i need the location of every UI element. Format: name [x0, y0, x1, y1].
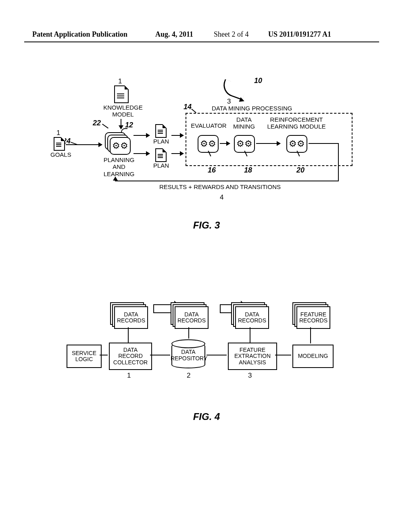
dmp-num: 3 [227, 98, 231, 106]
line [250, 327, 250, 343]
data-records-box: DATA RECORDS [114, 306, 148, 329]
leader-arrow-icon [220, 79, 247, 100]
document-icon [54, 137, 65, 151]
feature-records-box: FEATURE RECORDS [296, 306, 330, 329]
dmp-label: DATA MINING PROCESSING [212, 105, 292, 112]
gears-icon: ⚙⚙ [234, 135, 255, 153]
gears-icon: ⚙⚙ [198, 135, 219, 153]
line [115, 181, 339, 181]
results-label: RESULTS + REWARDS AND TRANSITIONS [159, 183, 281, 190]
header-pubno: US 2011/0191277 A1 [268, 30, 331, 39]
leader-line [102, 124, 108, 129]
connector-line [100, 355, 108, 355]
connector-line [206, 355, 227, 355]
header-sheet: Sheet 2 of 4 [214, 30, 248, 39]
ref-18: 18 [244, 166, 252, 175]
connector-line [150, 355, 170, 355]
data-mining-label: DATA MINING [230, 116, 258, 130]
service-logic-box: SERVICE LOGIC [67, 345, 102, 368]
plan1-label: PLAN [153, 138, 169, 145]
data-repository-label: DATA REPOSITORY [171, 349, 206, 362]
line [128, 327, 129, 343]
line [338, 143, 339, 181]
ref-14: 14 [184, 103, 192, 111]
planning-learning: ⚙⚙ ⚙⚙ ⚙⚙ [105, 132, 127, 152]
figure-3: 10 1 KNOWLEDGE MODEL 22 12 1 24 GOALS ⚙⚙… [38, 73, 357, 226]
fig3-caption: FIG. 3 [0, 220, 413, 231]
gears-icon: ⚙⚙ [286, 135, 307, 153]
planning-learning-label: PLANNING AND LEARNING [99, 156, 139, 177]
goals-label: GOALS [50, 151, 71, 158]
reinforcement-label: REINFORCEMENT LEARNING MODULE [264, 116, 329, 130]
n3: 3 [248, 372, 252, 380]
arrow-up-icon [115, 177, 116, 181]
header-date: Aug. 4, 2011 [155, 30, 193, 39]
arrow-right-icon [66, 144, 102, 145]
data-records-box: DATA RECORDS [175, 306, 209, 329]
line [310, 327, 311, 343]
ref-22: 22 [93, 119, 101, 127]
document-icon [114, 85, 129, 103]
arrow-right-icon [133, 135, 150, 136]
gears-icon: ⚙⚙ [110, 137, 131, 155]
figure-4: DATA RECORDS DATA RECORDS DATA RECORDS F… [67, 302, 341, 407]
line [188, 327, 189, 339]
header-rule [24, 42, 379, 42]
arrow-right-icon [133, 153, 150, 154]
document-icon [155, 124, 167, 138]
n1: 1 [127, 372, 131, 380]
modeling-box: MODELING [292, 345, 334, 368]
arrow-right-icon [256, 143, 280, 144]
plan2-label: PLAN [153, 162, 169, 169]
km-num: 1 [118, 77, 122, 85]
header-left: Patent Application Publication [32, 30, 127, 39]
evaluator-label: EVALUATOR [190, 122, 228, 129]
ref-16: 16 [208, 166, 216, 175]
ref-10: 10 [254, 77, 262, 85]
arrow-right-icon [171, 153, 184, 154]
document-icon [155, 148, 167, 162]
knowledge-model-label: KNOWLEDGE MODEL [101, 104, 145, 118]
arrow-right-icon [171, 135, 184, 136]
connector-line [275, 355, 291, 355]
fig4-caption: FIG. 4 [0, 411, 413, 422]
arrow-down-icon [121, 119, 121, 129]
feature-extraction-box: FEATURE EXTRACTION ANALYSIS [228, 343, 277, 370]
ref-20: 20 [296, 166, 305, 175]
data-records-box: DATA RECORDS [235, 306, 269, 329]
line [309, 143, 339, 144]
arrow-right-icon [220, 143, 230, 144]
data-record-collector-box: DATA RECORD COLLECTOR [109, 343, 152, 370]
goals-num: 1 [56, 129, 60, 137]
leader-line [191, 108, 196, 113]
results-num: 4 [220, 193, 223, 202]
n2: 2 [187, 372, 190, 380]
